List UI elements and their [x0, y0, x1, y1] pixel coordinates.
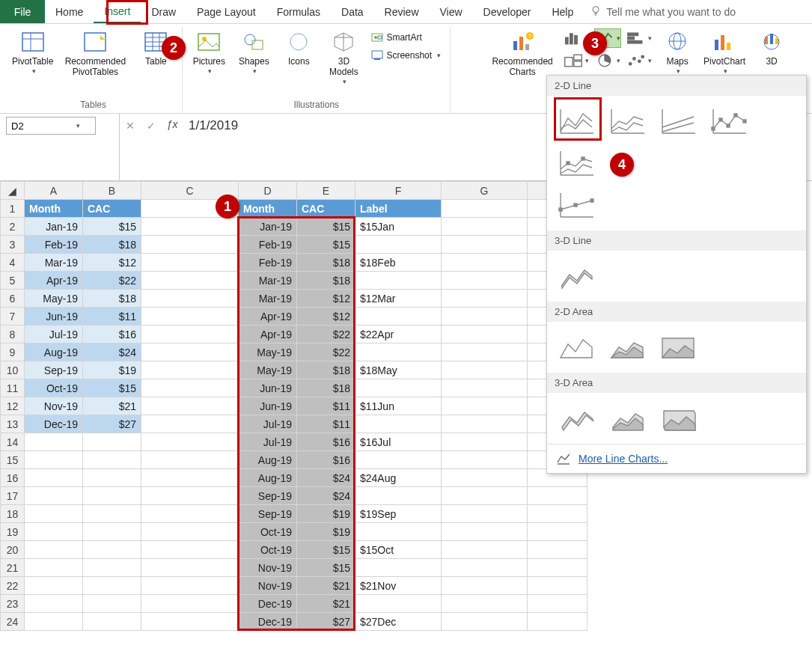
cell[interactable] — [83, 469, 141, 487]
cell[interactable]: Month — [239, 200, 297, 218]
cell[interactable]: $12 — [297, 290, 355, 308]
cell[interactable] — [83, 541, 141, 559]
cell[interactable]: Jan-19 — [25, 218, 83, 236]
cell[interactable]: Feb-19 — [239, 236, 297, 254]
col-header-B[interactable]: B — [83, 182, 141, 200]
cell[interactable] — [141, 577, 239, 595]
cell[interactable] — [141, 343, 239, 361]
area-chart-3d-100stacked[interactable] — [658, 402, 700, 435]
cell[interactable]: Nov-19 — [239, 577, 297, 595]
cell[interactable] — [528, 577, 587, 595]
cell[interactable] — [355, 308, 442, 326]
cell[interactable]: Jul-19 — [239, 415, 297, 433]
cell[interactable] — [83, 523, 141, 541]
cell[interactable] — [355, 559, 442, 577]
cell[interactable] — [25, 613, 83, 631]
cell[interactable]: $19Sep — [355, 505, 442, 523]
cell[interactable] — [83, 487, 141, 505]
cell[interactable] — [528, 613, 587, 631]
cell[interactable]: $15 — [297, 541, 355, 559]
cell[interactable] — [141, 523, 239, 541]
cell[interactable]: Feb-19 — [239, 254, 297, 272]
cell[interactable]: Sep-19 — [239, 487, 297, 505]
col-header-D[interactable]: D — [239, 182, 297, 200]
cell[interactable] — [141, 308, 239, 326]
cell[interactable] — [141, 613, 239, 631]
cell[interactable]: $22 — [297, 343, 355, 361]
tab-developer[interactable]: Developer — [473, 0, 542, 23]
cell[interactable] — [141, 433, 239, 451]
cell[interactable]: Jun-19 — [239, 379, 297, 397]
cell[interactable] — [355, 451, 442, 469]
cell[interactable]: $21 — [83, 397, 141, 415]
cell[interactable] — [442, 397, 528, 415]
cell[interactable]: Jan-19 — [239, 218, 297, 236]
row-header[interactable]: 15 — [1, 451, 25, 469]
hierarchy-chart-dropdown[interactable]: ▾ — [563, 51, 590, 70]
cell[interactable] — [25, 487, 83, 505]
tab-page-layout[interactable]: Page Layout — [186, 0, 266, 23]
cell[interactable] — [25, 451, 83, 469]
cell[interactable] — [442, 469, 528, 487]
cell[interactable]: CAC — [297, 200, 355, 218]
cell[interactable] — [442, 290, 528, 308]
cell[interactable]: $11 — [297, 397, 355, 415]
cell[interactable] — [355, 343, 442, 361]
fx-icon[interactable]: ƒx — [162, 114, 183, 180]
cell[interactable] — [25, 577, 83, 595]
area-chart-3d-stacked[interactable] — [607, 402, 649, 435]
cell[interactable]: $21 — [297, 577, 355, 595]
cell[interactable] — [355, 236, 442, 254]
cell[interactable] — [442, 595, 528, 613]
cell[interactable]: $15 — [297, 236, 355, 254]
cell[interactable] — [442, 236, 528, 254]
cell[interactable] — [442, 433, 528, 451]
cell[interactable] — [528, 505, 587, 523]
row-header[interactable]: 7 — [1, 308, 25, 326]
cell[interactable] — [141, 379, 239, 397]
cell[interactable]: $27 — [297, 613, 355, 631]
cell[interactable] — [355, 523, 442, 541]
cell[interactable] — [442, 308, 528, 326]
cell[interactable] — [442, 451, 528, 469]
cell[interactable] — [25, 469, 83, 487]
cell[interactable]: Sep-19 — [239, 505, 297, 523]
cell[interactable]: $19 — [297, 523, 355, 541]
3d-models-button[interactable]: 3D Models▾ — [323, 27, 364, 98]
cell[interactable]: Apr-19 — [239, 326, 297, 343]
row-header[interactable]: 11 — [1, 379, 25, 397]
tab-data[interactable]: Data — [331, 0, 374, 23]
cell[interactable] — [141, 361, 239, 379]
cell[interactable]: Apr-19 — [25, 272, 83, 290]
cell[interactable] — [442, 343, 528, 361]
cell[interactable] — [25, 559, 83, 577]
cell[interactable] — [528, 595, 587, 613]
cell[interactable] — [355, 595, 442, 613]
cell[interactable]: Jun-19 — [239, 397, 297, 415]
cell[interactable]: CAC — [83, 200, 141, 218]
cell[interactable] — [355, 487, 442, 505]
cell[interactable]: $16Jul — [355, 433, 442, 451]
recommended-pivot-button[interactable]: Recommended PivotTables — [59, 27, 131, 98]
cell[interactable] — [442, 577, 528, 595]
cell[interactable]: Jul-19 — [25, 326, 83, 343]
cell[interactable] — [141, 541, 239, 559]
cell[interactable] — [141, 505, 239, 523]
cell[interactable]: $24 — [83, 343, 141, 361]
row-header[interactable]: 20 — [1, 541, 25, 559]
cell[interactable]: $12 — [83, 254, 141, 272]
row-header[interactable]: 13 — [1, 415, 25, 433]
name-box[interactable]: ▾ — [6, 117, 96, 135]
line-chart-3d[interactable] — [556, 260, 598, 293]
cell[interactable]: Mar-19 — [239, 290, 297, 308]
cell[interactable] — [141, 326, 239, 343]
cell[interactable] — [442, 523, 528, 541]
cell[interactable] — [83, 433, 141, 451]
icons-button[interactable]: Icons — [278, 27, 319, 98]
cell[interactable]: $16 — [83, 326, 141, 343]
smartart-button[interactable]: SmartArt — [368, 30, 444, 45]
cell[interactable] — [442, 487, 528, 505]
row-header[interactable]: 10 — [1, 361, 25, 379]
cell[interactable]: Label — [355, 200, 442, 218]
formula-cancel-icon[interactable]: ✕ — [120, 114, 141, 180]
